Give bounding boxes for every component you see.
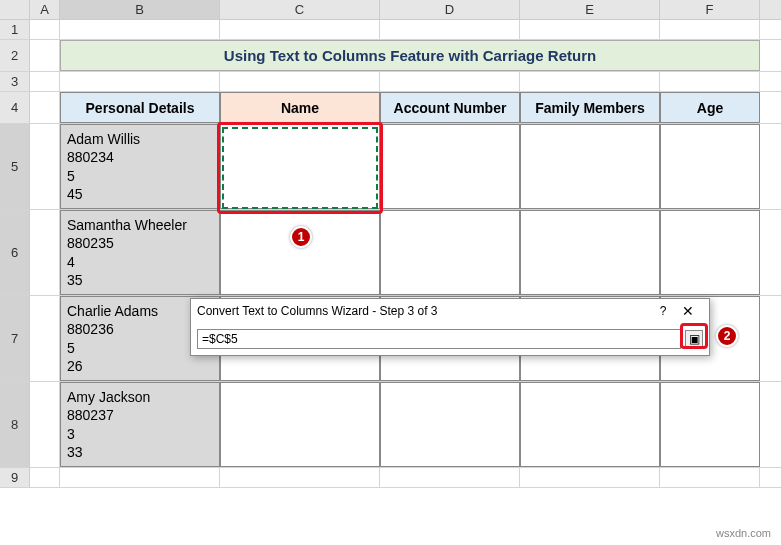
cell-f9[interactable] [660,468,760,487]
cell-c3[interactable] [220,72,380,91]
cell-line: Charlie Adams [67,302,158,320]
cell-b6[interactable]: Samantha Wheeler 880235 4 35 [60,210,220,295]
row-header-4[interactable]: 4 [0,92,30,123]
cell-line: 880234 [67,148,114,166]
cell-d1[interactable] [380,20,520,39]
row-header-1[interactable]: 1 [0,20,30,39]
header-personal[interactable]: Personal Details [60,92,220,123]
cell-line: 880235 [67,234,114,252]
cell-a7[interactable] [30,296,60,381]
cell-c6[interactable] [220,210,380,295]
cell-d9[interactable] [380,468,520,487]
cell-c5[interactable] [220,124,380,209]
cell-a5[interactable] [30,124,60,209]
row-header-9[interactable]: 9 [0,468,30,487]
close-button[interactable]: ✕ [673,303,703,319]
cell-line: Amy Jackson [67,388,150,406]
column-headers: A B C D E F [0,0,781,20]
cell-b9[interactable] [60,468,220,487]
header-name[interactable]: Name [220,92,380,123]
cell-f6[interactable] [660,210,760,295]
row-4: 4 Personal Details Name Account Number F… [0,92,781,124]
cell-b8[interactable]: Amy Jackson 880237 3 33 [60,382,220,467]
row-header-7[interactable]: 7 [0,296,30,381]
cell-e5[interactable] [520,124,660,209]
header-family[interactable]: Family Members [520,92,660,123]
watermark: wsxdn.com [716,527,771,539]
col-header-f[interactable]: F [660,0,760,19]
cell-a8[interactable] [30,382,60,467]
row-header-6[interactable]: 6 [0,210,30,295]
row-header-3[interactable]: 3 [0,72,30,91]
cell-line: Samantha Wheeler [67,216,187,234]
cell-e8[interactable] [520,382,660,467]
cell-a1[interactable] [30,20,60,39]
cell-line: 35 [67,271,83,289]
row-header-8[interactable]: 8 [0,382,30,467]
cell-a6[interactable] [30,210,60,295]
help-button[interactable]: ? [653,304,673,318]
header-age[interactable]: Age [660,92,760,123]
row-2: 2 Using Text to Columns Feature with Car… [0,40,781,72]
cell-e1[interactable] [520,20,660,39]
row-6: 6 Samantha Wheeler 880235 4 35 [0,210,781,296]
row-header-5[interactable]: 5 [0,124,30,209]
cell-a2[interactable] [30,40,60,71]
cell-e9[interactable] [520,468,660,487]
row-header-2[interactable]: 2 [0,40,30,71]
select-all-corner[interactable] [0,0,30,19]
row-9: 9 [0,468,781,488]
destination-input[interactable] [197,329,681,349]
cell-d6[interactable] [380,210,520,295]
cell-line: Adam Willis [67,130,140,148]
cell-a4[interactable] [30,92,60,123]
expand-dialog-button[interactable]: ▣ [685,330,703,348]
cell-b3[interactable] [60,72,220,91]
row-5: 5 Adam Willis 880234 5 45 [0,124,781,210]
text-to-columns-dialog[interactable]: Convert Text to Columns Wizard - Step 3 … [190,298,710,356]
callout-2: 2 [716,325,738,347]
cell-a3[interactable] [30,72,60,91]
cell-c8[interactable] [220,382,380,467]
row-8: 8 Amy Jackson 880237 3 33 [0,382,781,468]
cell-line: 880237 [67,406,114,424]
cell-f1[interactable] [660,20,760,39]
cell-d5[interactable] [380,124,520,209]
dialog-titlebar[interactable]: Convert Text to Columns Wizard - Step 3 … [191,299,709,323]
col-header-a[interactable]: A [30,0,60,19]
cell-line: 880236 [67,320,114,338]
cell-a9[interactable] [30,468,60,487]
cell-f8[interactable] [660,382,760,467]
cell-line: 5 [67,339,75,357]
cell-line: 4 [67,253,75,271]
header-account[interactable]: Account Number [380,92,520,123]
col-header-b[interactable]: B [60,0,220,19]
col-header-d[interactable]: D [380,0,520,19]
dialog-body: ▣ [191,323,709,355]
cell-line: 33 [67,443,83,461]
cell-c9[interactable] [220,468,380,487]
cell-f5[interactable] [660,124,760,209]
cell-line: 26 [67,357,83,375]
cell-b1[interactable] [60,20,220,39]
dialog-title: Convert Text to Columns Wizard - Step 3 … [197,304,653,318]
col-header-e[interactable]: E [520,0,660,19]
cell-e6[interactable] [520,210,660,295]
col-header-c[interactable]: C [220,0,380,19]
spreadsheet-grid: A B C D E F 1 2 Using Text to Columns Fe… [0,0,781,488]
callout-1: 1 [290,226,312,248]
row-3: 3 [0,72,781,92]
cell-line: 5 [67,167,75,185]
expand-icon: ▣ [689,332,700,346]
cell-d8[interactable] [380,382,520,467]
cell-line: 3 [67,425,75,443]
cell-e3[interactable] [520,72,660,91]
cell-b5[interactable]: Adam Willis 880234 5 45 [60,124,220,209]
cell-c1[interactable] [220,20,380,39]
title-cell[interactable]: Using Text to Columns Feature with Carri… [60,40,760,71]
row-1: 1 [0,20,781,40]
cell-d3[interactable] [380,72,520,91]
cell-line: 45 [67,185,83,203]
cell-f3[interactable] [660,72,760,91]
